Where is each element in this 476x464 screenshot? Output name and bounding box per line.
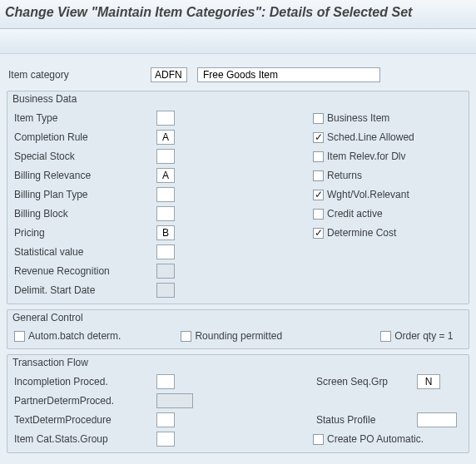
- pricing-label: Pricing: [11, 227, 156, 239]
- text-determ-procedure-row: TextDetermProcedure: [11, 411, 306, 429]
- delimit-start-date-label: Delimit. Start Date: [11, 284, 156, 296]
- group-general-control: General Control Autom.batch determ. Roun…: [7, 309, 469, 349]
- wght-vol-relevant-label: Wght/Vol.Relevant: [327, 189, 409, 200]
- statistical-value-input[interactable]: [156, 244, 175, 259]
- pricing-row: Pricing: [11, 224, 306, 242]
- incompletion-proced-input[interactable]: [156, 374, 175, 389]
- revenue-recognition-row: Revenue Recognition: [11, 262, 306, 280]
- determine-cost-checkbox[interactable]: [313, 228, 324, 239]
- rounding-checkbox[interactable]: [181, 331, 191, 342]
- sched-line-allowed-checkbox[interactable]: [313, 132, 324, 143]
- partner-determ-proced-row: PartnerDetermProced.: [11, 392, 306, 410]
- item-category-desc-input[interactable]: [197, 67, 380, 82]
- toolbar-spacer: [0, 29, 476, 54]
- delimit-start-date-input[interactable]: [156, 283, 175, 298]
- business-item-row[interactable]: Business Item: [313, 109, 465, 127]
- order-qty-label: Order qty = 1: [394, 330, 453, 342]
- item-relev-for-dlv-label: Item Relev.for Dlv: [327, 151, 405, 162]
- returns-label: Returns: [327, 170, 362, 181]
- returns-row[interactable]: Returns: [313, 166, 465, 185]
- group-title-transaction-flow: Transaction Flow: [12, 357, 88, 368]
- item-category-label: Item category: [5, 69, 151, 81]
- determine-cost-row[interactable]: Determine Cost: [313, 224, 465, 242]
- revenue-recognition-label: Revenue Recognition: [11, 265, 156, 277]
- item-type-label: Item Type: [11, 112, 156, 124]
- autom-batch-determ[interactable]: Autom.batch determ.: [14, 330, 121, 342]
- order-qty-checkbox[interactable]: [380, 331, 391, 342]
- special-stock-input[interactable]: [156, 149, 175, 164]
- sched-line-allowed-row[interactable]: Sched.Line Allowed: [313, 128, 465, 146]
- billing-relevance-row: Billing Relevance: [11, 166, 306, 185]
- special-stock-row: Special Stock: [11, 147, 306, 165]
- group-title-general-control: General Control: [12, 312, 83, 323]
- billing-plan-type-input[interactable]: [156, 187, 175, 202]
- item-cat-stats-group-input[interactable]: [156, 432, 175, 447]
- billing-block-row: Billing Block: [11, 205, 306, 223]
- partner-determ-proced-input[interactable]: [156, 393, 193, 408]
- revenue-recognition-input[interactable]: [156, 264, 175, 279]
- completion-rule-label: Completion Rule: [11, 131, 156, 143]
- group-transaction-flow: Transaction Flow Incompletion Proced.Par…: [7, 354, 469, 453]
- completion-rule-row: Completion Rule: [11, 128, 306, 146]
- wght-vol-relevant-checkbox[interactable]: [313, 190, 324, 200]
- billing-relevance-label: Billing Relevance: [11, 170, 156, 181]
- billing-plan-type-row: Billing Plan Type: [11, 185, 306, 204]
- group-business-data: Business Data Item TypeCompletion RuleSp…: [7, 91, 469, 304]
- text-determ-procedure-label: TextDetermProcedure: [11, 414, 156, 426]
- item-type-row: Item Type: [11, 109, 306, 127]
- partner-determ-proced-label: PartnerDetermProced.: [11, 395, 156, 407]
- special-stock-label: Special Stock: [11, 151, 156, 162]
- incompletion-proced-label: Incompletion Proced.: [11, 376, 156, 387]
- item-cat-stats-group-row: Item Cat.Stats.Group: [11, 430, 306, 448]
- text-determ-procedure-input[interactable]: [156, 412, 175, 427]
- autom-batch-label: Autom.batch determ.: [28, 330, 121, 342]
- business-item-label: Business Item: [327, 112, 389, 124]
- returns-checkbox[interactable]: [313, 170, 324, 181]
- credit-active-label: Credit active: [327, 208, 383, 220]
- autom-batch-checkbox[interactable]: [14, 331, 25, 342]
- billing-block-input[interactable]: [156, 206, 175, 221]
- status-profile-input[interactable]: [417, 412, 457, 427]
- sched-line-allowed-label: Sched.Line Allowed: [327, 131, 414, 143]
- rounding-label: Rounding permitted: [195, 330, 282, 342]
- billing-relevance-input[interactable]: [156, 168, 175, 183]
- page-title: Change View "Maintain Item Categories": …: [0, 0, 476, 29]
- wght-vol-relevant-row[interactable]: Wght/Vol.Relevant: [313, 185, 465, 204]
- group-title-business-data: Business Data: [12, 93, 77, 105]
- create-po-checkbox[interactable]: [313, 434, 324, 445]
- rounding-permitted[interactable]: Rounding permitted: [181, 330, 282, 342]
- determine-cost-label: Determine Cost: [327, 227, 396, 239]
- delimit-start-date-row: Delimit. Start Date: [11, 281, 306, 299]
- header-row: Item category: [5, 66, 471, 84]
- statistical-value-label: Statistical value: [11, 246, 156, 258]
- screen-seq-label: Screen Seq.Grp: [313, 376, 417, 387]
- completion-rule-input[interactable]: [156, 130, 175, 145]
- item-relev-for-dlv-checkbox[interactable]: [313, 151, 324, 162]
- credit-active-checkbox[interactable]: [313, 209, 324, 220]
- order-qty-1[interactable]: Order qty = 1: [380, 330, 453, 342]
- item-category-code-input[interactable]: [151, 67, 187, 82]
- pricing-input[interactable]: [156, 225, 175, 240]
- item-relev-for-dlv-row[interactable]: Item Relev.for Dlv: [313, 147, 465, 165]
- business-item-checkbox[interactable]: [313, 113, 324, 124]
- screen-seq-input[interactable]: [417, 374, 440, 389]
- item-type-input[interactable]: [156, 111, 175, 126]
- status-profile-label: Status Profile: [313, 414, 417, 426]
- billing-plan-type-label: Billing Plan Type: [11, 189, 156, 200]
- statistical-value-row: Statistical value: [11, 243, 306, 261]
- item-cat-stats-group-label: Item Cat.Stats.Group: [11, 433, 156, 445]
- credit-active-row[interactable]: Credit active: [313, 205, 465, 223]
- incompletion-proced-row: Incompletion Proced.: [11, 373, 306, 391]
- create-po-label: Create PO Automatic.: [327, 433, 424, 445]
- billing-block-label: Billing Block: [11, 208, 156, 220]
